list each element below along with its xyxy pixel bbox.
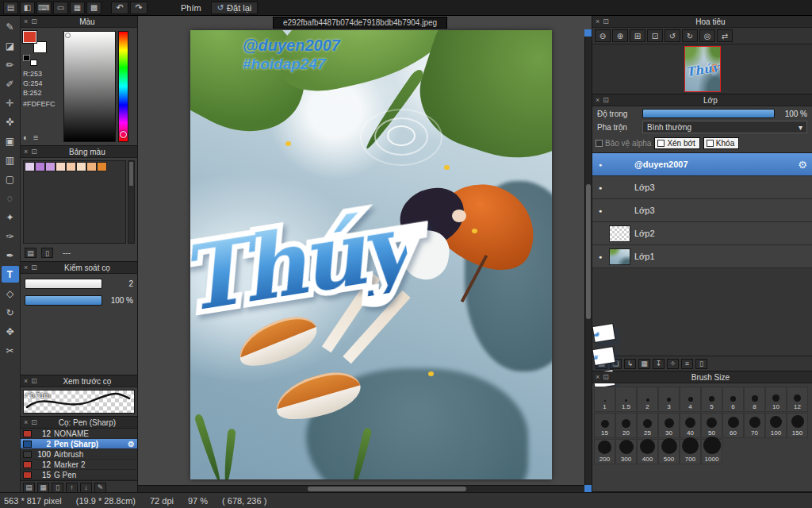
- add-folder-icon[interactable]: ▦: [638, 359, 650, 369]
- sv-marker[interactable]: [65, 33, 71, 38]
- brush-item[interactable]: 2Pen (Sharp)⚙: [21, 439, 137, 449]
- brush-size-option[interactable]: 500: [658, 439, 680, 464]
- brush-size-slider[interactable]: [25, 279, 102, 289]
- brush-size-option[interactable]: 30: [658, 413, 680, 438]
- brush-size-option[interactable]: 50: [701, 413, 722, 438]
- brush-up-icon[interactable]: ↑: [66, 483, 78, 493]
- palette-swatch[interactable]: [97, 162, 107, 171]
- rotate-view-tool[interactable]: ↻: [2, 304, 19, 321]
- lasso-tool[interactable]: ◌: [2, 190, 19, 206]
- layer-visibility-toggle[interactable]: ●: [596, 162, 605, 167]
- palette-swatch[interactable]: [25, 162, 35, 171]
- clear-layer-icon[interactable]: ✧: [667, 359, 679, 369]
- hue-marker[interactable]: [120, 131, 127, 138]
- clipping-box[interactable]: [657, 140, 665, 147]
- layer-row[interactable]: ●ThúyLớp3: [592, 176, 812, 199]
- add-brush-icon[interactable]: ▤: [23, 483, 35, 493]
- panel-float-icon[interactable]: ⊡: [31, 18, 37, 25]
- layer-opacity-slider[interactable]: [642, 109, 775, 118]
- smudge-tool[interactable]: ✐: [2, 75, 19, 92]
- zoom-actual-icon[interactable]: ⊡: [647, 29, 663, 42]
- transform-tool[interactable]: ✜: [2, 114, 19, 130]
- eraser-tool[interactable]: ◪: [2, 37, 19, 54]
- canvas-artwork[interactable]: Thúy Thúy @duyen2007 #hoidap247: [190, 30, 552, 479]
- shape-tool[interactable]: ◇: [2, 285, 19, 302]
- edit-brush-icon[interactable]: ✎: [94, 483, 106, 493]
- select-rect-tool[interactable]: ▢: [2, 171, 19, 187]
- gradient-tool[interactable]: ▥: [2, 152, 19, 168]
- brush-item[interactable]: 15G Pen: [21, 470, 137, 480]
- panel-float-icon[interactable]: ⊡: [31, 378, 37, 385]
- alpha-lock-checkbox[interactable]: Bảo vệ alpha: [596, 139, 651, 148]
- panel-float-icon[interactable]: ⊡: [603, 374, 609, 381]
- magic-wand-tool[interactable]: ✦: [2, 209, 19, 225]
- palette-swatch[interactable]: [86, 162, 97, 171]
- brush-settings-icon[interactable]: ⚙: [128, 440, 135, 448]
- vertical-scroll-thumb[interactable]: [586, 184, 591, 319]
- panel-close-icon[interactable]: ×: [24, 264, 28, 271]
- comment-icon[interactable]: ◧: [20, 2, 35, 14]
- brush-size-option[interactable]: 1000: [701, 439, 722, 464]
- pen-tool[interactable]: ✎: [2, 18, 19, 35]
- zoom-fit-icon[interactable]: ⊞: [630, 29, 645, 42]
- horizontal-scroll-thumb[interactable]: [308, 487, 466, 491]
- panel-close-icon[interactable]: ×: [596, 18, 599, 25]
- undo-button[interactable]: ↶: [111, 2, 128, 14]
- layer-visibility-toggle[interactable]: ●: [596, 185, 605, 190]
- layer-settings-icon[interactable]: ⚙: [798, 159, 809, 171]
- navigator-thumbnail[interactable]: Thúy: [684, 46, 721, 92]
- brush-size-option[interactable]: 100: [765, 413, 787, 438]
- default-black-swatch[interactable]: [23, 55, 30, 61]
- fill-tool[interactable]: ▣: [2, 133, 19, 149]
- panel-close-icon[interactable]: ×: [24, 148, 28, 156]
- brush-down-icon[interactable]: ↓: [80, 483, 92, 493]
- foreground-background-swatches[interactable]: [23, 31, 47, 53]
- brush-opacity-slider[interactable]: [25, 295, 102, 306]
- brush-size-option[interactable]: 150: [787, 413, 808, 438]
- clipping-checkbox[interactable]: Xén bớt: [654, 137, 699, 149]
- lock-box[interactable]: [707, 140, 714, 147]
- layer-row[interactable]: ●ThúyLớp3: [592, 199, 812, 222]
- panel-close-icon[interactable]: ×: [596, 97, 599, 104]
- layer-visibility-toggle[interactable]: ●: [596, 254, 605, 260]
- divide-tool[interactable]: ✂: [2, 342, 19, 359]
- panel-close-icon[interactable]: ×: [24, 378, 28, 385]
- brush-folder-icon[interactable]: ▦: [37, 483, 49, 493]
- rotate-right-icon[interactable]: ↻: [682, 29, 698, 42]
- zoom-out-icon[interactable]: ⊖: [595, 29, 611, 42]
- horizontal-scrollbar[interactable]: [138, 485, 584, 492]
- hue-slider[interactable]: [118, 31, 128, 142]
- panel-float-icon[interactable]: ⊡: [31, 264, 37, 271]
- brush-size-option[interactable]: 8: [744, 387, 765, 412]
- add-palette-color-icon[interactable]: ▤: [25, 248, 36, 258]
- foreground-color-swatch[interactable]: [23, 31, 36, 43]
- brush-size-option[interactable]: 10: [765, 387, 787, 412]
- select-pen-tool[interactable]: ✑: [2, 228, 19, 244]
- brush-size-option[interactable]: 12: [787, 387, 808, 412]
- blend-mode-select[interactable]: Bình thường ▾: [642, 121, 807, 133]
- panel-close-icon[interactable]: ×: [24, 18, 28, 25]
- palette-swatch[interactable]: [76, 162, 86, 171]
- default-colors-widget[interactable]: [23, 55, 37, 66]
- palette-swatch[interactable]: [35, 162, 45, 171]
- layer-visibility-toggle[interactable]: ●: [596, 208, 605, 214]
- palette-swatch[interactable]: [45, 162, 56, 171]
- default-white-swatch[interactable]: [30, 60, 37, 66]
- text-tool[interactable]: T: [2, 266, 19, 283]
- brush-size-option[interactable]: 70: [744, 413, 765, 438]
- layer-row[interactable]: ●Lớp1: [592, 245, 812, 268]
- canvas-area[interactable]: e292fbafb4487b074de7918bdb4b7904.jpeg: [138, 16, 592, 492]
- panel-float-icon[interactable]: ⊡: [31, 419, 37, 426]
- brush-size-option[interactable]: 60: [722, 413, 744, 438]
- brush-size-option[interactable]: 200: [594, 439, 615, 464]
- brush-tool[interactable]: ✏: [2, 56, 19, 73]
- delete-palette-color-icon[interactable]: ▯: [41, 248, 53, 258]
- alpha-lock-box[interactable]: [596, 140, 603, 147]
- grid-icon[interactable]: ▦: [70, 2, 85, 14]
- brush-size-option[interactable]: 15: [594, 413, 615, 438]
- layer-row[interactable]: Lớp2: [592, 222, 812, 245]
- document-tab[interactable]: e292fbafb4487b074de7918bdb4b7904.jpeg: [273, 17, 447, 29]
- rotate-left-icon[interactable]: ↺: [665, 29, 680, 42]
- layer-menu-icon[interactable]: ≡: [681, 359, 693, 369]
- saturation-value-picker[interactable]: [63, 31, 116, 142]
